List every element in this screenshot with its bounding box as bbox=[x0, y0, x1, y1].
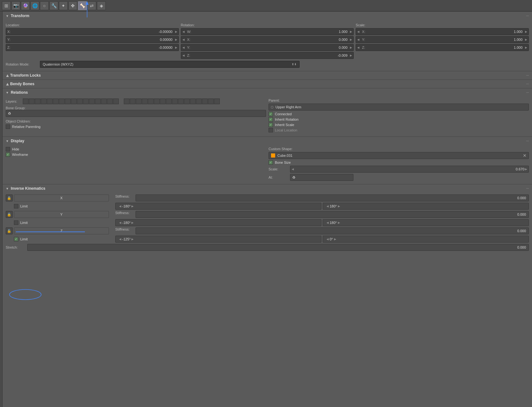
toolbar-btn-particle[interactable]: ✦ bbox=[59, 1, 68, 10]
ik-z-axis-field[interactable]: Z bbox=[14, 227, 109, 234]
ik-z-limit-checkbox[interactable] bbox=[14, 237, 18, 241]
display-scale-left[interactable]: ◀ bbox=[292, 168, 294, 171]
display-scale-field[interactable]: ◀ 0.670 ▶ bbox=[290, 166, 529, 173]
display-scale-right[interactable]: ▶ bbox=[525, 168, 527, 171]
ik-y-axis-field[interactable]: Y bbox=[14, 211, 109, 218]
layer-6[interactable] bbox=[53, 99, 59, 104]
ik-y-max-left[interactable]: ◀ bbox=[326, 221, 330, 224]
ik-y-lock-btn[interactable]: 🔒 bbox=[6, 211, 13, 218]
location-x-field[interactable]: X: -0.00000 ▶ bbox=[6, 28, 179, 35]
ik-y-min-left[interactable]: ◀ bbox=[118, 221, 122, 224]
loc-z-right[interactable]: ▶ bbox=[174, 46, 179, 49]
bone-size-checkbox[interactable] bbox=[269, 160, 273, 165]
layer-10[interactable] bbox=[77, 99, 83, 104]
section-ik[interactable]: ▼ Inverse Kinematics ··· bbox=[3, 184, 532, 193]
parent-field[interactable]: ⬡ Upper Right Arm bbox=[269, 104, 529, 111]
layer-25[interactable] bbox=[172, 99, 178, 104]
section-display[interactable]: ▼ Display ··· bbox=[3, 137, 532, 145]
layer-19[interactable] bbox=[136, 99, 142, 104]
rot-y-field[interactable]: ◀ Y: 0.000 ▶ bbox=[181, 44, 354, 51]
ik-x-limit-checkbox[interactable] bbox=[14, 204, 18, 208]
layer-23[interactable] bbox=[160, 99, 166, 104]
toolbar-btn-object[interactable]: ○ bbox=[40, 1, 49, 10]
scale-z-left[interactable]: ◀ bbox=[356, 46, 361, 49]
scale-y-field[interactable]: ◀ Y: 1.000 ▶ bbox=[356, 36, 529, 43]
layer-28[interactable] bbox=[190, 99, 196, 104]
ik-y-limit-checkbox[interactable] bbox=[14, 220, 18, 225]
section-relations[interactable]: ▼ Relations ··· bbox=[3, 88, 532, 97]
ik-z-min-left[interactable]: ◀ bbox=[118, 238, 122, 241]
scale-y-right[interactable]: ▶ bbox=[524, 38, 529, 41]
layer-31[interactable] bbox=[208, 99, 214, 104]
layer-14[interactable] bbox=[101, 99, 107, 104]
ik-x-lock-btn[interactable]: 🔒 bbox=[6, 194, 13, 201]
layer-7[interactable] bbox=[59, 99, 65, 104]
layer-1[interactable] bbox=[23, 99, 28, 104]
rot-x-field[interactable]: ◀ X: 0.000 ▶ bbox=[181, 36, 354, 43]
layer-30[interactable] bbox=[202, 99, 208, 104]
toolbar-btn-render[interactable]: 📷 bbox=[11, 1, 20, 10]
toolbar-btn-driver[interactable]: ⇄ bbox=[87, 1, 96, 10]
toolbar-btn-layout[interactable]: ⊞ bbox=[2, 1, 11, 10]
ik-x-axis-field[interactable]: X bbox=[14, 194, 109, 201]
rot-z-left[interactable]: ◀ bbox=[181, 54, 186, 57]
layer-4[interactable] bbox=[41, 99, 47, 104]
layer-21[interactable] bbox=[148, 99, 154, 104]
ik-y-range-max[interactable]: ◀ 180° ▶ bbox=[323, 219, 529, 226]
connected-checkbox[interactable] bbox=[269, 112, 273, 116]
ik-x-range-max[interactable]: ◀ 180° ▶ bbox=[323, 203, 529, 210]
scale-x-right[interactable]: ▶ bbox=[524, 30, 529, 33]
scale-y-left[interactable]: ◀ bbox=[356, 38, 361, 41]
toolbar-btn-scene[interactable]: ◈ bbox=[97, 1, 106, 10]
layer-27[interactable] bbox=[184, 99, 190, 104]
rot-w-right[interactable]: ▶ bbox=[349, 30, 353, 33]
ik-y-stiff-field[interactable]: 0.000 bbox=[136, 211, 529, 218]
wireframe-checkbox[interactable] bbox=[6, 152, 10, 157]
rot-z-field[interactable]: ◀ Z: -0.009 ▶ bbox=[181, 52, 354, 59]
toolbar-btn-world[interactable]: 🌐 bbox=[30, 1, 39, 10]
section-transform-locks[interactable]: ▶ Transform Locks ··· bbox=[3, 71, 532, 79]
layer-20[interactable] bbox=[142, 99, 148, 104]
local-location-checkbox[interactable] bbox=[269, 128, 273, 132]
section-transform[interactable]: ▼ Transform ··· bbox=[3, 11, 532, 20]
toolbar-btn-bone[interactable]: 🦴 bbox=[78, 1, 87, 10]
inherit-scale-checkbox[interactable] bbox=[269, 123, 273, 127]
location-y-field[interactable]: Y: 0.00000 ▶ bbox=[6, 36, 179, 43]
layer-29[interactable] bbox=[196, 99, 202, 104]
layer-11[interactable] bbox=[83, 99, 89, 104]
ik-x-stiff-field[interactable]: 0.000 bbox=[136, 194, 529, 201]
ik-z-lock-btn[interactable]: 🔓 bbox=[6, 227, 13, 234]
ik-x-max-left[interactable]: ◀ bbox=[326, 205, 330, 208]
rot-w-left[interactable]: ◀ bbox=[181, 30, 186, 33]
ik-z-range-min[interactable]: ◀ -125° ▶ bbox=[115, 236, 321, 243]
location-z-field[interactable]: Z: -0.00000 ▶ bbox=[6, 44, 179, 51]
custom-shape-clear-btn[interactable]: ✕ bbox=[523, 153, 527, 158]
layer-17[interactable] bbox=[124, 99, 130, 104]
layer-18[interactable] bbox=[130, 99, 136, 104]
rot-w-field[interactable]: ◀ W: 1.000 ▶ bbox=[181, 28, 354, 35]
scale-z-field[interactable]: ◀ Z: 1.000 ▶ bbox=[356, 44, 529, 51]
scale-z-right[interactable]: ▶ bbox=[524, 46, 529, 49]
ik-x-range-min[interactable]: ◀ -180° ▶ bbox=[115, 203, 321, 210]
ik-z-max-right[interactable]: ▶ bbox=[333, 238, 337, 241]
ik-z-stiff-field[interactable]: 0.000 bbox=[136, 227, 529, 234]
layer-26[interactable] bbox=[178, 99, 184, 104]
layer-24[interactable] bbox=[166, 99, 172, 104]
ik-x-min-right[interactable]: ▶ bbox=[130, 205, 135, 208]
layer-3[interactable] bbox=[35, 99, 41, 104]
loc-y-right[interactable]: ▶ bbox=[174, 38, 179, 41]
layer-13[interactable] bbox=[95, 99, 101, 104]
rot-x-left[interactable]: ◀ bbox=[181, 38, 186, 41]
rot-z-right[interactable]: ▶ bbox=[349, 54, 353, 57]
rotation-mode-dropdown[interactable]: Quaternion (WXYZ) ⬆⬇ bbox=[40, 61, 300, 68]
stretch-bar[interactable]: 0.000 bbox=[27, 244, 529, 251]
layer-9[interactable] bbox=[71, 99, 77, 104]
scale-x-field[interactable]: ◀ X: 1.000 ▶ bbox=[356, 28, 529, 35]
rot-y-left[interactable]: ◀ bbox=[181, 46, 186, 49]
scale-x-left[interactable]: ◀ bbox=[356, 30, 361, 33]
ik-z-range-max[interactable]: ◀ 0° ▶ bbox=[323, 236, 529, 243]
relative-parenting-checkbox[interactable] bbox=[6, 124, 10, 129]
layer-22[interactable] bbox=[154, 99, 160, 104]
hide-checkbox[interactable] bbox=[6, 147, 10, 151]
section-bendy-bones[interactable]: ▶ Bendy Bones ··· bbox=[3, 79, 532, 88]
